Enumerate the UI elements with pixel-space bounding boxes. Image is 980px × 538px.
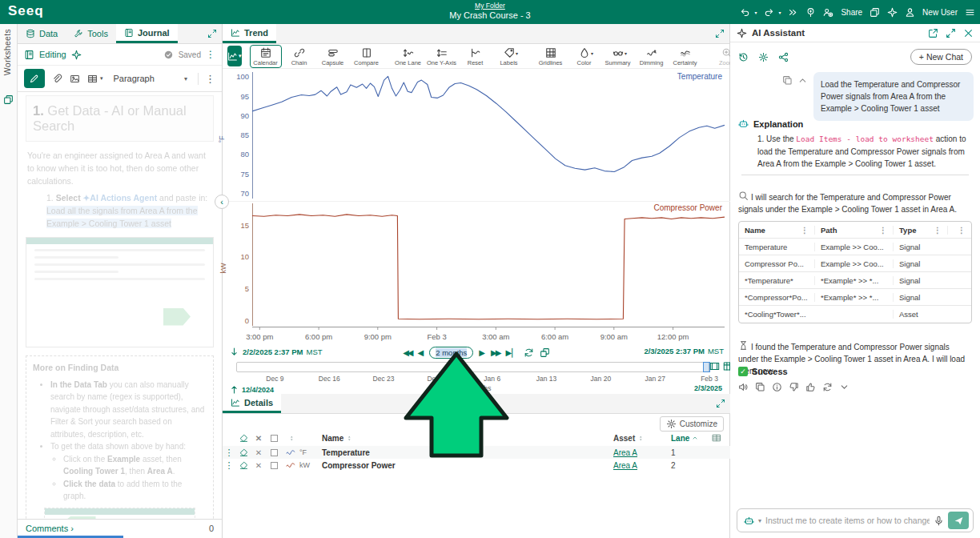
format-overflow-icon[interactable]: ⋮ bbox=[198, 73, 215, 85]
tab-tools[interactable]: Tools bbox=[66, 24, 116, 43]
insert-table-icon[interactable] bbox=[87, 74, 98, 84]
paragraph-style-dropdown[interactable]: Paragraph▾ bbox=[110, 72, 191, 85]
row-name[interactable]: Compressor Power bbox=[322, 461, 613, 470]
duration-pill[interactable]: 2 months bbox=[429, 347, 473, 359]
column-menu-icon[interactable]: ⋮ bbox=[934, 226, 942, 235]
insert-image-icon[interactable] bbox=[70, 74, 80, 84]
series-legend[interactable]: Temperature bbox=[677, 72, 722, 81]
step-forward-button[interactable]: ▶ bbox=[479, 348, 485, 357]
worksheets-panel-icon[interactable] bbox=[3, 94, 14, 105]
journal-kebab-icon[interactable]: ⋮ bbox=[206, 49, 215, 60]
compare-button[interactable]: Compare bbox=[351, 45, 383, 68]
refresh-range-icon[interactable] bbox=[524, 347, 534, 358]
ai-prompt-input[interactable] bbox=[765, 516, 930, 525]
temperature-plot[interactable] bbox=[252, 70, 725, 199]
row-eraser-icon[interactable] bbox=[235, 461, 251, 470]
more-actions-icon[interactable] bbox=[839, 382, 849, 392]
one-y-axis-button[interactable]: One Y-Axis bbox=[426, 45, 458, 68]
journal-content[interactable]: 1. Get Data - AI or Manual Search You're… bbox=[18, 92, 222, 519]
range-end[interactable]: 2/3/2025 2:37 PMMST bbox=[644, 347, 724, 355]
forward-icon[interactable] bbox=[788, 7, 798, 18]
details-row[interactable]: ⋮✕°FTemperatureArea A1 bbox=[223, 446, 730, 459]
customize-button[interactable]: Customize bbox=[660, 416, 724, 432]
new-chat-button[interactable]: + New Chat bbox=[910, 49, 972, 65]
thumbs-down-icon[interactable] bbox=[789, 382, 799, 392]
worksheets-strip[interactable]: Worksheets bbox=[0, 24, 18, 538]
explore-icon[interactable] bbox=[805, 7, 816, 18]
expand-trend-icon[interactable] bbox=[715, 29, 725, 38]
step-back-double-button[interactable]: ◀◀ bbox=[403, 348, 412, 357]
step-back-button[interactable]: ◀ bbox=[418, 348, 424, 357]
summary-button[interactable]: ▾Summary bbox=[602, 45, 634, 68]
copy-message-icon[interactable] bbox=[782, 75, 793, 86]
tab-details[interactable]: Details bbox=[223, 394, 281, 413]
row-asset-link[interactable]: Area A bbox=[613, 448, 666, 457]
tab-trend[interactable]: Trend bbox=[223, 24, 276, 43]
series-legend[interactable]: Compressor Power bbox=[653, 203, 722, 212]
send-button[interactable] bbox=[948, 512, 969, 529]
col-name[interactable]: Name bbox=[322, 434, 613, 443]
user-icon[interactable] bbox=[905, 7, 915, 18]
open-in-new-icon[interactable] bbox=[928, 28, 938, 38]
expand-details-icon[interactable] bbox=[716, 399, 725, 408]
chain-button[interactable]: Chain bbox=[283, 45, 315, 68]
timeline-slider[interactable] bbox=[236, 362, 709, 372]
ai-table-row[interactable]: *Cooling*Tower*...Asset bbox=[739, 306, 971, 323]
share-button[interactable]: Share bbox=[841, 8, 862, 17]
worksheets-window-icon[interactable] bbox=[870, 7, 880, 18]
row-checkbox[interactable] bbox=[266, 449, 282, 456]
attach-icon[interactable] bbox=[52, 74, 62, 84]
eraser-icon[interactable] bbox=[235, 434, 251, 443]
info-icon[interactable] bbox=[772, 382, 782, 392]
hamburger-menu-icon[interactable] bbox=[965, 7, 975, 18]
ai-table-row[interactable]: Compressor Po...Example >> Coo...Signal bbox=[739, 255, 971, 272]
reset-button[interactable]: Reset bbox=[460, 45, 492, 68]
ai-actions-agent-link[interactable]: ✦AI Actions Agent bbox=[83, 193, 158, 203]
compressor-power-plot[interactable] bbox=[252, 202, 725, 326]
duplicate-range-icon[interactable] bbox=[540, 347, 550, 358]
read-aloud-icon[interactable] bbox=[738, 382, 749, 392]
column-menu-icon[interactable]: ⋮ bbox=[801, 226, 809, 235]
row-eraser-icon[interactable] bbox=[235, 448, 251, 457]
column-menu-icon[interactable]: ⋮ bbox=[958, 226, 966, 235]
row-remove-icon[interactable]: ✕ bbox=[251, 461, 266, 470]
row-asset-link[interactable]: Area A bbox=[613, 461, 666, 470]
row-kebab-icon[interactable]: ⋮ bbox=[223, 448, 235, 458]
ai-table-row[interactable]: *Temperature**Example* >> *...Signal bbox=[739, 272, 971, 289]
step-to-now-button[interactable]: ▶▏ bbox=[505, 348, 517, 357]
ai-mode-icon[interactable] bbox=[744, 516, 754, 526]
chart-type-button[interactable]: ▾ bbox=[227, 46, 242, 66]
row-checkbox[interactable] bbox=[266, 462, 282, 469]
compressor-lane[interactable]: kW051015Compressor Power bbox=[223, 201, 730, 327]
select-all-checkbox[interactable] bbox=[266, 435, 282, 442]
details-row[interactable]: ⋮✕kWCompressor PowerArea A2 bbox=[223, 459, 730, 472]
journal-ai-icon[interactable] bbox=[71, 50, 82, 60]
ai-table-row[interactable]: *Compressor*Po...*Example* >> *...Signal bbox=[739, 289, 971, 306]
dimming-button[interactable]: Dimming bbox=[636, 45, 668, 68]
expand-ai-icon[interactable] bbox=[946, 28, 956, 38]
certainty-button[interactable]: Certainty bbox=[669, 45, 701, 68]
ai-settings-icon[interactable] bbox=[758, 52, 769, 62]
step-forward-double-button[interactable]: ▶▶ bbox=[491, 348, 500, 357]
copy-response-icon[interactable] bbox=[755, 382, 765, 392]
ai-table-row[interactable]: TemperatureExample >> Coo...Signal bbox=[739, 239, 971, 255]
tab-journal[interactable]: Journal bbox=[116, 24, 178, 43]
redo-caret-icon[interactable]: ▾ bbox=[778, 10, 781, 15]
ai-pen-button[interactable] bbox=[24, 69, 45, 88]
remove-all-icon[interactable]: ✕ bbox=[251, 434, 266, 443]
timebar-film-icon[interactable] bbox=[709, 361, 720, 371]
row-remove-icon[interactable]: ✕ bbox=[251, 448, 266, 457]
temperature-lane[interactable]: °F707580859095100Temperature bbox=[223, 70, 730, 200]
labels-button[interactable]: ▾Labels bbox=[493, 45, 525, 68]
comments-link[interactable]: Comments › bbox=[26, 524, 74, 533]
ai-share-icon[interactable] bbox=[778, 52, 789, 62]
expand-journal-icon[interactable] bbox=[207, 29, 217, 38]
share-users-icon[interactable] bbox=[823, 7, 833, 18]
ai-mode-caret-icon[interactable]: ▾ bbox=[758, 517, 761, 524]
gridlines-button[interactable]: Gridlines bbox=[535, 45, 567, 68]
sort-icon[interactable] bbox=[282, 435, 299, 442]
ai-sparkle-icon[interactable] bbox=[887, 7, 898, 18]
collapse-panel-button[interactable]: ‹ bbox=[215, 195, 229, 209]
mic-icon[interactable] bbox=[934, 516, 944, 526]
color-button[interactable]: ▾Color bbox=[568, 45, 600, 68]
